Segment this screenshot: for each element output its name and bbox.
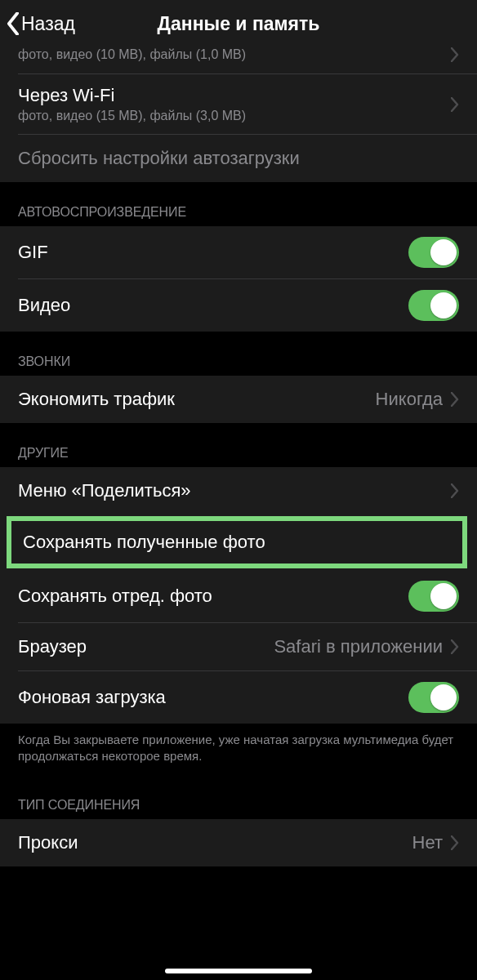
save-edited-toggle[interactable]: [408, 581, 459, 612]
save-incoming-label: Сохранять полученные фото: [23, 532, 265, 553]
section-header-connection: ТИП СОЕДИНЕНИЯ: [0, 770, 477, 819]
chevron-right-icon: [451, 47, 459, 62]
row-background-download: Фоновая загрузка: [0, 671, 477, 724]
chevron-left-icon: [7, 12, 20, 35]
video-toggle[interactable]: [408, 290, 459, 321]
section-header-other: ДРУГИЕ: [0, 423, 477, 467]
chevron-right-icon: [451, 392, 459, 407]
wifi-label: Через Wi-Fi: [18, 85, 246, 106]
content-scroll[interactable]: фото, видео (10 MB), файлы (1,0 MB) Чере…: [0, 47, 477, 980]
video-label: Видео: [18, 295, 70, 316]
row-save-incoming[interactable]: Сохранять полученные фото: [11, 521, 462, 564]
row-save-edited: Сохранять отред. фото: [0, 570, 477, 622]
row-proxy[interactable]: Прокси Нет: [0, 819, 477, 866]
page-title: Данные и память: [158, 13, 320, 35]
chevron-right-icon: [451, 835, 459, 850]
back-label: Назад: [21, 13, 75, 35]
save-traffic-value: Никогда: [376, 389, 443, 410]
wifi-sub: фото, видео (15 MB), файлы (3,0 MB): [18, 109, 246, 123]
row-gif: GIF: [0, 226, 477, 278]
background-toggle[interactable]: [408, 682, 459, 713]
row-mobile-data[interactable]: фото, видео (10 MB), файлы (1,0 MB): [0, 47, 477, 74]
share-menu-label: Меню «Поделиться»: [18, 480, 191, 501]
back-button[interactable]: Назад: [7, 0, 75, 47]
row-wifi[interactable]: Через Wi-Fi фото, видео (15 MB), файлы (…: [0, 74, 477, 134]
browser-label: Браузер: [18, 636, 87, 657]
background-footer: Когда Вы закрываете приложение, уже нача…: [0, 724, 477, 770]
save-edited-label: Сохранять отред. фото: [18, 586, 212, 607]
row-video: Видео: [0, 279, 477, 332]
chevron-right-icon: [451, 97, 459, 112]
background-label: Фоновая загрузка: [18, 687, 166, 708]
proxy-label: Прокси: [18, 832, 78, 853]
home-indicator[interactable]: [165, 969, 312, 973]
row-reset-autodownload[interactable]: Сбросить настройки автозагрузки: [0, 135, 477, 182]
gif-label: GIF: [18, 242, 48, 263]
gif-toggle[interactable]: [408, 237, 459, 268]
mobile-data-sub: фото, видео (10 MB), файлы (1,0 MB): [18, 47, 459, 62]
save-traffic-label: Экономить трафик: [18, 389, 175, 410]
proxy-value: Нет: [412, 832, 443, 853]
navbar: Назад Данные и память: [0, 0, 477, 47]
row-browser[interactable]: Браузер Safari в приложении: [0, 623, 477, 670]
row-save-traffic[interactable]: Экономить трафик Никогда: [0, 376, 477, 423]
chevron-right-icon: [451, 639, 459, 654]
section-header-calls: ЗВОНКИ: [0, 332, 477, 376]
reset-label: Сбросить настройки автозагрузки: [18, 148, 300, 169]
browser-value: Safari в приложении: [274, 636, 443, 657]
chevron-right-icon: [451, 483, 459, 498]
highlighted-save-incoming: Сохранять полученные фото: [7, 516, 467, 568]
section-header-autoplay: АВТОВОСПРОИЗВЕДЕНИЕ: [0, 182, 477, 226]
row-share-menu[interactable]: Меню «Поделиться»: [0, 467, 477, 514]
